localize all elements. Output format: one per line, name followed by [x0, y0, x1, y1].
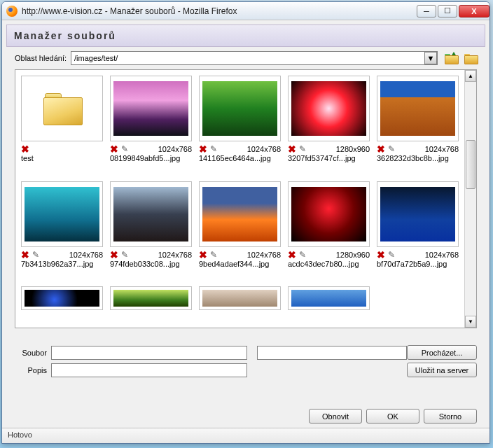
- titlebar[interactable]: http://www.e-vision.cz - Manažer souborů…: [2, 2, 489, 20]
- thumbnail-frame[interactable]: [110, 181, 192, 247]
- folder-up-icon[interactable]: [445, 53, 457, 63]
- image-thumbnail: [380, 187, 455, 241]
- edit-icon[interactable]: ✎: [299, 250, 306, 260]
- file-name: test: [21, 154, 103, 162]
- delete-icon[interactable]: ✖: [377, 250, 385, 260]
- edit-icon[interactable]: ✎: [299, 144, 306, 154]
- item-meta: ✖✎1024x768: [21, 250, 103, 260]
- firefox-icon: [6, 6, 18, 17]
- image-thumbnail: [380, 81, 455, 136]
- thumbnail-frame[interactable]: [199, 181, 281, 247]
- image-thumbnail: [113, 290, 188, 307]
- file-item[interactable]: ✖✎1024x76808199849abfd5...jpg: [110, 76, 192, 174]
- upload-form: Soubor Procházet... Popis Uložit na serv…: [15, 345, 477, 377]
- thumbnail-frame[interactable]: [199, 76, 281, 141]
- delete-icon[interactable]: ✖: [21, 144, 29, 154]
- thumbnail-frame[interactable]: [288, 286, 370, 310]
- item-meta: ✖✎1280x960: [288, 144, 370, 154]
- path-label: Oblast hledání:: [15, 54, 67, 62]
- close-button[interactable]: X: [459, 5, 489, 18]
- refresh-button[interactable]: Obnovit: [309, 409, 362, 424]
- image-dimensions: 1024x768: [158, 145, 192, 153]
- item-meta: ✖✎1024x768: [199, 250, 281, 260]
- file-item[interactable]: ✖✎1280x9603207fd53747cf...jpg: [288, 76, 370, 174]
- image-dimensions: 1024x768: [425, 145, 459, 153]
- thumbnail-frame[interactable]: [21, 181, 103, 247]
- delete-icon[interactable]: ✖: [199, 144, 207, 154]
- maximize-button[interactable]: ☐: [438, 5, 457, 18]
- image-dimensions: 1280x960: [336, 251, 370, 259]
- edit-icon[interactable]: ✎: [210, 250, 217, 260]
- image-dimensions: 1024x768: [247, 251, 281, 259]
- folder-open-icon[interactable]: [464, 53, 477, 63]
- upload-button[interactable]: Uložit na server: [407, 363, 477, 377]
- folder-icon: [43, 93, 81, 124]
- file-name: 141165ec6464a...jpg: [199, 154, 281, 162]
- item-meta: ✖✎1024x768: [377, 144, 459, 154]
- thumbnail-frame[interactable]: [288, 181, 370, 247]
- desc-input[interactable]: [51, 363, 247, 377]
- thumbnail-frame[interactable]: [110, 76, 192, 141]
- image-thumbnail: [113, 81, 188, 136]
- delete-icon[interactable]: ✖: [288, 250, 296, 260]
- item-meta: ✖: [21, 144, 103, 154]
- thumbnail-frame[interactable]: [21, 286, 103, 310]
- thumbnail-frame[interactable]: [288, 76, 370, 141]
- window-controls: ─ ☐ X: [415, 5, 489, 18]
- thumbnail-frame[interactable]: [110, 286, 192, 310]
- status-bar: Hotovo: [2, 428, 489, 443]
- minimize-button[interactable]: ─: [417, 5, 436, 18]
- file-item[interactable]: [110, 286, 192, 322]
- file-item[interactable]: ✖✎1280x960acdc43dec7b80...jpg: [288, 181, 370, 280]
- thumbnail-frame[interactable]: [377, 76, 459, 141]
- delete-icon[interactable]: ✖: [288, 144, 296, 154]
- item-meta: ✖✎1024x768: [199, 144, 281, 154]
- browse-path-input[interactable]: [257, 346, 407, 360]
- file-label: Soubor: [15, 349, 51, 357]
- image-dimensions: 1024x768: [425, 251, 459, 259]
- edit-icon[interactable]: ✎: [121, 250, 128, 260]
- delete-icon[interactable]: ✖: [21, 250, 29, 260]
- image-thumbnail: [202, 187, 277, 241]
- delete-icon[interactable]: ✖: [199, 250, 207, 260]
- image-thumbnail: [202, 81, 277, 136]
- path-select[interactable]: /images/test/ ▼: [71, 51, 438, 65]
- image-thumbnail: [291, 187, 366, 241]
- edit-icon[interactable]: ✎: [388, 250, 395, 260]
- edit-icon[interactable]: ✎: [210, 144, 217, 154]
- cancel-button[interactable]: Storno: [424, 409, 477, 424]
- file-name: 7b3413b962a37...jpg: [21, 260, 103, 268]
- thumbnail-frame[interactable]: [21, 76, 103, 141]
- file-item[interactable]: ✖✎1024x768974fdeb033c08...jpg: [110, 181, 192, 280]
- image-dimensions: 1024x768: [158, 251, 192, 259]
- file-item[interactable]: ✖✎1024x768bf70d7a72b5a9...jpg: [377, 181, 459, 280]
- file-item[interactable]: [21, 286, 103, 322]
- scroll-down-button[interactable]: ▼: [465, 316, 476, 328]
- file-item[interactable]: ✖✎1024x7683628232d3bc8b...jpg: [377, 76, 459, 174]
- file-item[interactable]: [288, 286, 370, 322]
- edit-icon[interactable]: ✎: [32, 250, 39, 260]
- scroll-up-button[interactable]: ▲: [465, 70, 476, 82]
- file-item[interactable]: ✖✎1024x7687b3413b962a37...jpg: [21, 181, 103, 280]
- folder-item[interactable]: ✖test: [21, 76, 103, 174]
- file-item[interactable]: [199, 286, 281, 322]
- file-name: 3628232d3bc8b...jpg: [377, 154, 459, 162]
- browse-button[interactable]: Procházet...: [407, 345, 477, 360]
- image-thumbnail: [113, 187, 188, 241]
- edit-icon[interactable]: ✎: [388, 144, 395, 154]
- file-name: bf70d7a72b5a9...jpg: [377, 260, 459, 268]
- thumbnail-frame[interactable]: [199, 286, 281, 310]
- file-item[interactable]: ✖✎1024x7689bed4adaef344...jpg: [199, 181, 281, 280]
- ok-button[interactable]: OK: [366, 409, 419, 424]
- delete-icon[interactable]: ✖: [377, 144, 385, 154]
- file-item[interactable]: ✖✎1024x768141165ec6464a...jpg: [199, 76, 281, 174]
- delete-icon[interactable]: ✖: [110, 144, 118, 154]
- scrollbar[interactable]: ▲ ▼: [464, 70, 476, 328]
- edit-icon[interactable]: ✎: [121, 144, 128, 154]
- path-dropdown-button[interactable]: ▼: [424, 52, 437, 64]
- thumbnail-frame[interactable]: [377, 181, 459, 247]
- content: Oblast hledání: /images/test/ ▼ ✖test✖✎1…: [15, 51, 477, 400]
- delete-icon[interactable]: ✖: [110, 250, 118, 260]
- scroll-thumb[interactable]: [466, 140, 475, 189]
- file-input[interactable]: [51, 346, 247, 360]
